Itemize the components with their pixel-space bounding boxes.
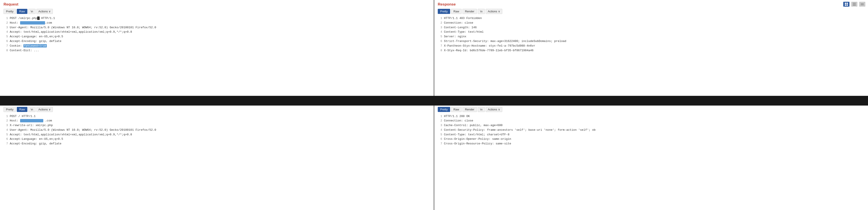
split-view-button[interactable] [851,2,858,7]
code-line: 4 Accept: text/html,application/xhtml+xm… [3,30,430,34]
code-line: 2 Host: .com [3,21,430,25]
code-line: 6 Strict-Transport-Security: max-age=316… [438,39,865,44]
response-code-bottom: 1 HTTP/1.1 200 OK 2 Connection: close 3 … [434,113,868,210]
code-line: 7 Cookie: fpViewed=true [3,44,430,48]
main-container: Request Pretty Raw \n Actions ∨ 1 POST /… [0,0,868,210]
icon-line [853,3,856,3]
bottom-overlay-top-left [0,96,434,105]
code-line: 1 HTTP/1.1 200 OK [438,114,865,119]
code-line: 8 X-Styx-Req-Id: bd6c576de-7789-11eb-bf3… [438,48,865,53]
grid-view-button[interactable] [843,2,849,7]
icon-line [861,3,864,4]
response-panel-bottom: Pretty Raw Render \n Actions ∨ 1 HTTP/1.… [434,106,868,210]
view-icons [843,2,865,7]
tab-pretty-res-bot[interactable]: Pretty [438,107,450,112]
tab-raw-res-top[interactable]: Raw [451,9,462,14]
icon-line [853,4,856,4]
request-title: Request [0,0,434,7]
code-line: 4 Content-Security-Policy: frame-ancesto… [438,128,865,132]
response-toolbar-bottom: Pretty Raw Render \n Actions ∨ [434,106,868,113]
tab-n-res-top[interactable]: \n [478,9,485,14]
actions-label-req-bot: Actions ∨ [38,108,51,111]
tab-actions-req-top[interactable]: Actions ∨ [36,9,53,14]
grid-cell [846,3,848,4]
code-line: 1 POST /xmlrpc.php| HTTP/1.1 [3,16,430,21]
code-line: 7 Cross-Origin-Resource-Policy: same-sit… [438,142,865,146]
request-code-top: 1 POST /xmlrpc.php| HTTP/1.1 2 Host: .co… [0,15,434,96]
grid-cell [845,4,846,6]
code-line: 5 Server: nginx [438,34,865,39]
list-view-button[interactable] [859,2,865,7]
tab-raw-req-bot[interactable]: Raw [17,107,27,112]
code-line: 1 POST / HTTP/1.1 [3,114,430,119]
tab-actions-res-bot[interactable]: Actions ∨ [486,107,502,112]
request-panel-bottom: Pretty Raw \n Actions ∨ 1 POST / HTTP/1.… [0,106,434,210]
tab-n-req-bot[interactable]: \n [28,107,36,112]
code-line: 6 Cross-Origin-Opener-Policy: same-origi… [438,137,865,142]
code-line: 5 Accept: text/html,application/xhtml+xm… [3,132,430,137]
code-line: 6 Accept-Encoding: gzip, deflate [3,39,430,44]
code-line: 4 Content-Type: text/html [438,30,865,34]
tab-render-res-bot[interactable]: Render [463,107,477,112]
actions-label-res-top: Actions ∨ [488,10,500,13]
response-title: Response [434,0,868,7]
code-line: 4 User-Agent: Mozilla/5.0 (Windows NT 10… [3,128,430,132]
tab-render-res-top[interactable]: Render [463,9,477,14]
tab-raw-res-bot[interactable]: Raw [451,107,462,112]
response-code-top: 1 HTTP/1.1 403 Forbidden 2 Connection: c… [434,15,868,96]
code-line: 3 X-rewrite-url: xmlrpc.php [3,123,430,128]
bottom-row: Pretty Raw \n Actions ∨ 1 POST / HTTP/1.… [0,106,868,210]
response-panel-top: Response Pretty Raw Render \n Actions ∨ … [434,0,868,105]
code-line: 5 Content-Type: text/html; charset=UTF-8 [438,132,865,137]
code-line: 3 User-Agent: Mozilla/5.0 (Windows NT 10… [3,25,430,30]
icon-line [853,5,856,5]
code-line: 2 Connection: close [438,119,865,123]
bottom-overlay-top-right [434,96,868,105]
grid-cell [846,4,848,6]
response-toolbar-top: Pretty Raw Render \n Actions ∨ [434,7,868,15]
tab-actions-res-top[interactable]: Actions ∨ [486,9,502,14]
top-row: Request Pretty Raw \n Actions ∨ 1 POST /… [0,0,868,106]
tab-n-res-bot[interactable]: \n [478,107,485,112]
grid-icon [845,3,848,6]
actions-label-req-top: Actions ∨ [38,10,51,13]
tab-actions-req-bot[interactable]: Actions ∨ [36,107,53,112]
tab-pretty-req-top[interactable]: Pretty [3,9,16,14]
tab-n-req-top[interactable]: \n [28,9,36,14]
code-line: 6 Accept-Language: en-US,en;q=0.5 [3,137,430,142]
code-line: 8 Content-Dict: ... [3,48,430,53]
code-line: 2 Connection: close [438,21,865,25]
actions-label-res-bot: Actions ∨ [488,108,500,111]
code-line: 5 Accept-Language: en-US,en;q=0.5 [3,34,430,39]
grid-cell [845,3,846,4]
list-icon [861,3,864,5]
code-line: 7 X-Pantheon-Styx-Hostname: styx-fe1-a-7… [438,44,865,48]
tab-pretty-req-bot[interactable]: Pretty [3,107,16,112]
request-code-bottom: 1 POST / HTTP/1.1 2 Host: .com 3 X-rewri… [0,113,434,210]
tab-pretty-res-top[interactable]: Pretty [438,9,450,14]
request-toolbar-bottom: Pretty Raw \n Actions ∨ [0,106,434,113]
request-panel-top: Request Pretty Raw \n Actions ∨ 1 POST /… [0,0,434,105]
code-line: 3 Content-Length: 146 [438,25,865,30]
code-line: 3 Cache-Control: public, max-age=600 [438,123,865,128]
split-icon [853,3,856,5]
code-line: 1 HTTP/1.1 403 Forbidden [438,16,865,21]
code-line: 7 Accept-Encoding: gzip, deflate [3,142,430,146]
icon-line [861,5,864,5]
tab-raw-req-top[interactable]: Raw [17,9,27,14]
code-line: 2 Host: .com [3,119,430,123]
request-toolbar-top: Pretty Raw \n Actions ∨ [0,7,434,15]
